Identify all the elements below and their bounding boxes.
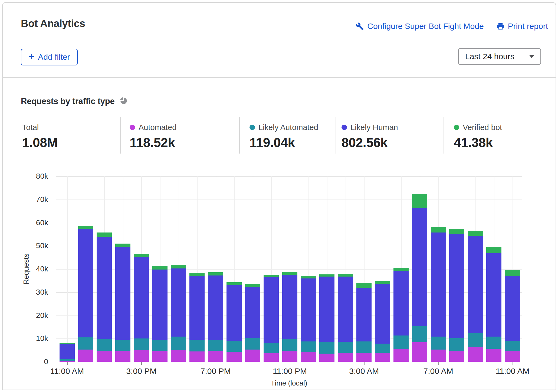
chart-bar-11-00-AM[interactable] <box>505 270 520 362</box>
bar-segment-automated <box>393 349 409 362</box>
bar-segment-automated <box>431 350 446 362</box>
bar-segment-automated <box>338 353 353 362</box>
chart-bar-3-00-PM[interactable] <box>134 254 149 362</box>
bar-segment-automated <box>78 350 93 362</box>
bar-segment-likely-human <box>375 284 390 344</box>
bar-segment-verified-bot <box>468 231 483 236</box>
chart-bar-5-00-AM[interactable] <box>393 268 409 362</box>
bar-segment-likely-human <box>282 275 297 339</box>
stats-divider <box>239 117 240 154</box>
bar-segment-likely-automated <box>189 340 205 352</box>
bar-segment-likely-automated <box>505 341 520 351</box>
add-filter-button[interactable]: + Add filter <box>21 49 78 65</box>
x-axis-title: Time (local) <box>271 379 307 387</box>
bar-segment-likely-human <box>245 287 260 338</box>
stat-label: Likely Automated <box>250 123 318 132</box>
stat-likely-human: Likely Human802.56k <box>342 123 398 150</box>
bar-segment-verified-bot <box>356 283 372 288</box>
bar-segment-likely-human <box>115 247 130 340</box>
chart-bar-8-00-AM[interactable] <box>449 229 464 362</box>
bar-segment-likely-automated <box>468 333 483 347</box>
bar-segment-likely-automated <box>264 343 279 354</box>
legend-dot-icon <box>130 125 135 130</box>
configure-super-bot-fight-mode-link[interactable]: Configure Super Bot Fight Mode <box>356 22 484 31</box>
bar-segment-likely-automated <box>78 337 93 350</box>
bar-segment-verified-bot <box>282 272 297 275</box>
bar-segment-automated <box>319 354 334 362</box>
y-axis-title: Requests <box>22 254 31 284</box>
chart-bar-3-00-AM[interactable] <box>356 283 372 362</box>
bar-segment-automated <box>356 353 372 362</box>
y-axis-tick-label: 70k <box>18 195 48 204</box>
bar-segment-likely-automated <box>338 342 353 353</box>
bot-analytics-card: Bot Analytics Configure Super Bot Fight … <box>2 2 556 390</box>
chart-bar-8-00-PM[interactable] <box>227 282 242 362</box>
chart-bar-2-00-PM[interactable] <box>115 244 130 362</box>
chart-bar-10-00-PM[interactable] <box>264 275 279 362</box>
chart-bar-1-00-AM[interactable] <box>319 274 334 362</box>
gridline-horizontal <box>56 176 522 177</box>
bar-segment-automated <box>264 353 279 362</box>
chart-bar-6-00-PM[interactable] <box>189 273 205 362</box>
bar-segment-likely-human <box>301 278 316 341</box>
stats-divider <box>444 117 444 154</box>
bar-segment-likely-human <box>189 276 205 340</box>
chevron-down-icon <box>529 55 534 58</box>
x-axis-tick-label: 3:00 PM <box>126 367 156 376</box>
bar-segment-automated <box>505 351 520 362</box>
bar-segment-likely-human <box>97 237 112 339</box>
chart-bar-4-00-PM[interactable] <box>152 266 168 362</box>
bar-segment-likely-human <box>393 271 409 335</box>
chart-bar-9-00-PM[interactable] <box>245 284 260 362</box>
bar-segment-verified-bot <box>134 254 149 257</box>
gridline-vertical <box>67 176 68 362</box>
stat-automated: Automated118.52k <box>130 123 176 150</box>
legend-dot-icon <box>342 125 347 130</box>
time-range-select[interactable]: Last 24 hours <box>458 48 541 65</box>
x-axis-tick <box>141 362 142 365</box>
page: Bot Analytics Configure Super Bot Fight … <box>0 0 558 392</box>
chart-bar-10-00-AM[interactable] <box>486 247 501 362</box>
bar-segment-likely-human <box>60 344 75 360</box>
legend-dot-icon <box>250 125 255 130</box>
bar-segment-likely-human <box>431 232 446 337</box>
header-links: Configure Super Bot Fight Mode Print rep… <box>356 22 548 31</box>
x-axis-tick <box>438 362 439 365</box>
chart-bar-5-00-PM[interactable] <box>171 265 186 362</box>
x-axis-tick <box>364 362 365 365</box>
bar-segment-automated <box>486 349 501 362</box>
page-title: Bot Analytics <box>21 18 85 29</box>
bar-segment-automated <box>449 351 464 362</box>
x-axis-tick-label: 7:00 PM <box>201 367 231 376</box>
bar-segment-likely-human <box>449 234 464 338</box>
bar-segment-likely-automated <box>301 341 316 352</box>
chart-bar-11-00-AM[interactable] <box>60 343 75 362</box>
bar-segment-likely-human <box>264 277 279 343</box>
configure-link-label: Configure Super Bot Fight Mode <box>367 22 484 31</box>
bar-segment-likely-automated <box>208 340 223 351</box>
bar-segment-likely-human <box>468 236 483 333</box>
chart-bar-2-00-AM[interactable] <box>338 274 353 362</box>
chart-bar-11-00-PM[interactable] <box>282 271 297 362</box>
bar-segment-likely-human <box>134 257 149 338</box>
chart-bar-9-00-AM[interactable] <box>468 231 483 362</box>
print-report-link[interactable]: Print report <box>496 22 548 31</box>
bar-segment-likely-human <box>319 277 334 342</box>
chart-bar-6-00-AM[interactable] <box>412 194 427 362</box>
chart-bar-1-00-PM[interactable] <box>97 232 112 362</box>
bar-segment-verified-bot <box>393 268 409 271</box>
bar-segment-verified-bot <box>97 232 112 237</box>
stat-label: Verified bot <box>454 123 502 132</box>
chart-bar-4-00-AM[interactable] <box>375 281 390 362</box>
bar-segment-automated <box>171 350 186 362</box>
chart-bar-12-00-AM[interactable] <box>301 276 316 362</box>
bar-segment-verified-bot <box>264 275 279 277</box>
bar-segment-verified-bot <box>449 229 464 234</box>
section-title-row: Requests by traffic type <box>21 96 128 107</box>
chart-bar-12-00-PM[interactable] <box>78 226 93 362</box>
x-axis-tick-label: 11:00 AM <box>496 367 530 376</box>
chart-bar-7-00-AM[interactable] <box>431 227 446 362</box>
bar-segment-automated <box>227 352 242 362</box>
bar-segment-automated <box>468 347 483 362</box>
chart-bar-7-00-PM[interactable] <box>208 272 223 362</box>
